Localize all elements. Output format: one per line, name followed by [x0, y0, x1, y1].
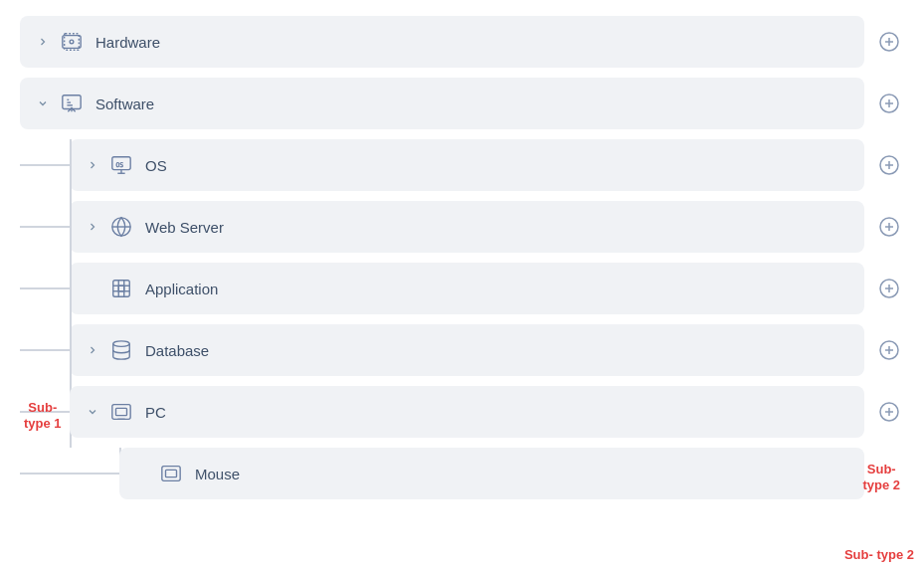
software-icon [58, 90, 86, 117]
webserver-add-button[interactable] [874, 212, 904, 242]
pc-label: PC [145, 404, 850, 421]
software-chevron [34, 95, 52, 112]
webserver-hline [20, 226, 70, 228]
software-add-button[interactable] [874, 89, 904, 118]
os-row: OS OS [20, 139, 904, 191]
database-row: Database [20, 324, 904, 376]
svg-rect-0 [63, 36, 81, 49]
subtype-2-label: Sub-type 2 [862, 462, 900, 492]
software-row: Software [20, 78, 904, 129]
webserver-chevron [84, 218, 101, 236]
mouse-node[interactable]: Mouse [119, 448, 864, 499]
hardware-row: Hardware [20, 16, 904, 68]
svg-rect-45 [116, 408, 127, 415]
pc-add-button[interactable] [874, 397, 904, 427]
pc-icon [107, 398, 135, 426]
svg-point-40 [113, 341, 130, 347]
svg-rect-32 [113, 281, 130, 297]
webserver-label: Web Server [145, 219, 850, 236]
svg-rect-50 [162, 467, 180, 481]
pc-section: Sub-type 1 [20, 386, 904, 499]
os-chevron [84, 156, 101, 174]
database-icon [107, 336, 135, 364]
mouse-section: Sub-type 2 [20, 448, 904, 499]
mouse-row: Mouse [20, 448, 904, 499]
os-hline [20, 164, 70, 166]
os-label: OS [145, 157, 850, 174]
software-node[interactable]: Software [20, 78, 864, 129]
tree-container: Hardware [20, 16, 904, 499]
svg-rect-12 [63, 95, 81, 109]
database-node[interactable]: Database [70, 324, 864, 376]
svg-rect-51 [166, 470, 177, 476]
software-label: Software [95, 95, 850, 112]
software-children-list: OS OS [20, 139, 904, 499]
pc-chevron [84, 403, 101, 421]
subtype-1-label: Sub-type 1 [24, 400, 62, 431]
application-label: Application [145, 281, 850, 297]
application-add-button[interactable] [874, 274, 904, 303]
mouse-icon [157, 460, 185, 487]
svg-rect-44 [112, 405, 130, 420]
hardware-label: Hardware [95, 34, 850, 51]
os-node[interactable]: OS OS [70, 139, 864, 191]
pc-row: PC [20, 386, 904, 438]
software-section: Software [20, 78, 904, 499]
database-chevron [84, 341, 101, 359]
database-add-button[interactable] [874, 335, 904, 365]
software-children: OS OS [20, 139, 904, 499]
svg-point-1 [70, 40, 74, 44]
hardware-node[interactable]: Hardware [20, 16, 864, 68]
pc-node[interactable]: PC [70, 386, 864, 438]
svg-text:OS: OS [116, 161, 124, 169]
application-node[interactable]: Application [70, 263, 864, 314]
hardware-add-button[interactable] [874, 27, 904, 57]
webserver-icon [107, 213, 135, 241]
database-hline [20, 349, 70, 351]
database-label: Database [145, 342, 850, 359]
application-row: Application [20, 263, 904, 314]
hardware-chevron [34, 33, 52, 51]
application-hline [20, 287, 70, 289]
os-icon: OS [107, 151, 135, 179]
mouse-hline [20, 473, 119, 475]
mouse-label: Mouse [195, 466, 850, 482]
pc-children: Sub-type 2 [20, 448, 904, 499]
webserver-node[interactable]: Web Server [70, 201, 864, 253]
application-icon [107, 275, 135, 302]
hardware-icon [58, 28, 86, 56]
os-add-button[interactable] [874, 150, 904, 180]
webserver-row: Web Server [20, 201, 904, 253]
